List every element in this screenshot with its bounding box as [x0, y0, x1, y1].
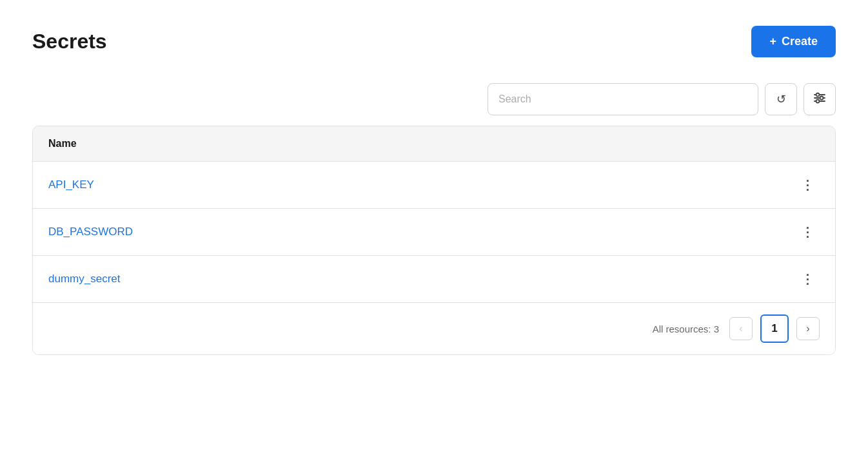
- create-button-label: Create: [782, 35, 818, 48]
- page-title: Secrets: [32, 30, 107, 53]
- filter-button[interactable]: [804, 83, 836, 115]
- search-input[interactable]: [488, 83, 758, 115]
- more-menu-button-api-key[interactable]: ⋮: [796, 176, 820, 194]
- svg-point-5: [816, 99, 820, 102]
- table-footer: All resources: 3 ‹ 1 ›: [33, 303, 835, 354]
- name-column-header: Name: [48, 138, 77, 149]
- table-row: DB_PASSWORD ⋮: [33, 209, 835, 256]
- secrets-table: Name API_KEY ⋮ DB_PASSWORD ⋮ dummy_secre…: [32, 126, 836, 355]
- chevron-right-icon: ›: [806, 323, 809, 334]
- filter-icon: [813, 92, 826, 108]
- pagination-next-button[interactable]: ›: [796, 317, 820, 340]
- secret-name-db-password[interactable]: DB_PASSWORD: [48, 226, 133, 238]
- svg-point-4: [820, 96, 824, 99]
- create-button[interactable]: + Create: [751, 26, 836, 57]
- table-header: Name: [33, 126, 835, 162]
- plus-icon: +: [769, 35, 776, 48]
- more-menu-button-dummy-secret[interactable]: ⋮: [796, 270, 820, 288]
- more-menu-button-db-password[interactable]: ⋮: [796, 223, 820, 241]
- refresh-icon: ↺: [776, 92, 786, 106]
- pagination-current-page: 1: [760, 314, 789, 343]
- table-row: API_KEY ⋮: [33, 162, 835, 209]
- pagination-prev-button[interactable]: ‹: [729, 317, 753, 340]
- page-header: Secrets + Create: [32, 26, 836, 57]
- all-resources-count: All resources: 3: [653, 323, 719, 334]
- chevron-left-icon: ‹: [739, 323, 742, 334]
- secret-name-dummy-secret[interactable]: dummy_secret: [48, 273, 120, 285]
- refresh-button[interactable]: ↺: [765, 83, 797, 115]
- toolbar: ↺: [32, 83, 836, 115]
- secret-name-api-key[interactable]: API_KEY: [48, 179, 94, 191]
- table-row: dummy_secret ⋮: [33, 256, 835, 303]
- svg-point-3: [816, 93, 820, 96]
